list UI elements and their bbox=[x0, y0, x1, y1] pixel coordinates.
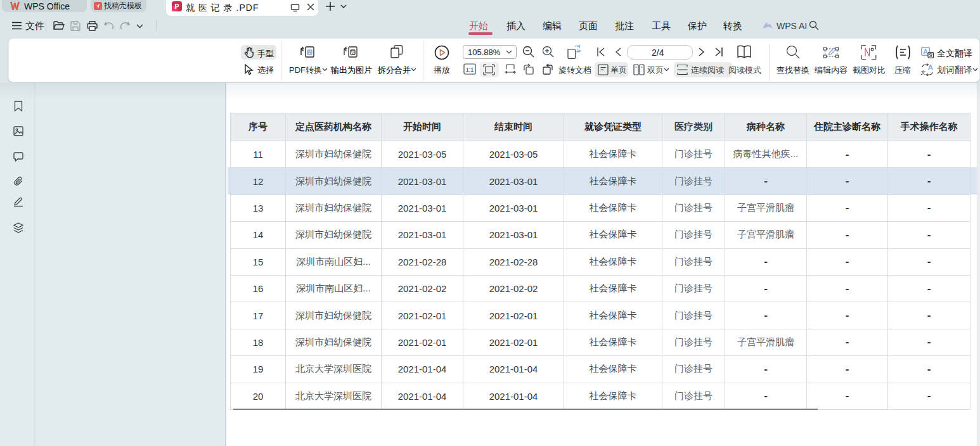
svg-text:1:1: 1:1 bbox=[466, 67, 474, 73]
svg-text:A: A bbox=[923, 48, 927, 55]
svg-text:P: P bbox=[174, 3, 179, 10]
svg-text:文: 文 bbox=[921, 70, 926, 75]
svg-text:A: A bbox=[928, 63, 933, 71]
